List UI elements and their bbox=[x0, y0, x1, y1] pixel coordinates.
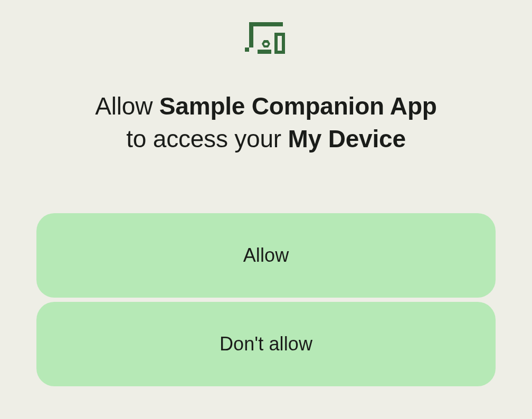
deny-button-label: Don't allow bbox=[220, 333, 312, 355]
button-group: Allow Don't allow bbox=[36, 213, 496, 386]
heading-app-name: Sample Companion App bbox=[159, 92, 437, 120]
allow-button-label: Allow bbox=[243, 244, 289, 266]
permission-heading: Allow Sample Companion App to access you… bbox=[95, 90, 436, 155]
heading-middle: to access your bbox=[126, 125, 288, 153]
heading-prefix: Allow bbox=[95, 92, 159, 120]
deny-button[interactable]: Don't allow bbox=[36, 302, 496, 386]
dialog-icon-wrapper bbox=[245, 22, 287, 58]
devices-icon bbox=[245, 22, 287, 58]
allow-button[interactable]: Allow bbox=[36, 213, 496, 298]
heading-device-name: My Device bbox=[288, 125, 406, 153]
svg-rect-0 bbox=[258, 50, 271, 54]
